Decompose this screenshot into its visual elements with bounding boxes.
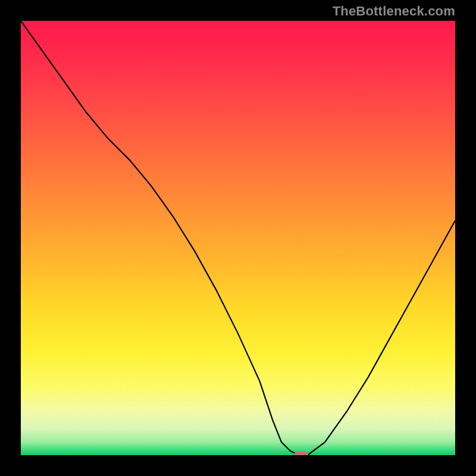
curve-path bbox=[21, 21, 455, 455]
optimum-marker bbox=[294, 452, 308, 455]
plot-area bbox=[21, 21, 455, 455]
bottleneck-curve bbox=[21, 21, 455, 455]
chart-frame: TheBottleneck.com bbox=[0, 0, 476, 476]
watermark-text: TheBottleneck.com bbox=[333, 4, 455, 19]
